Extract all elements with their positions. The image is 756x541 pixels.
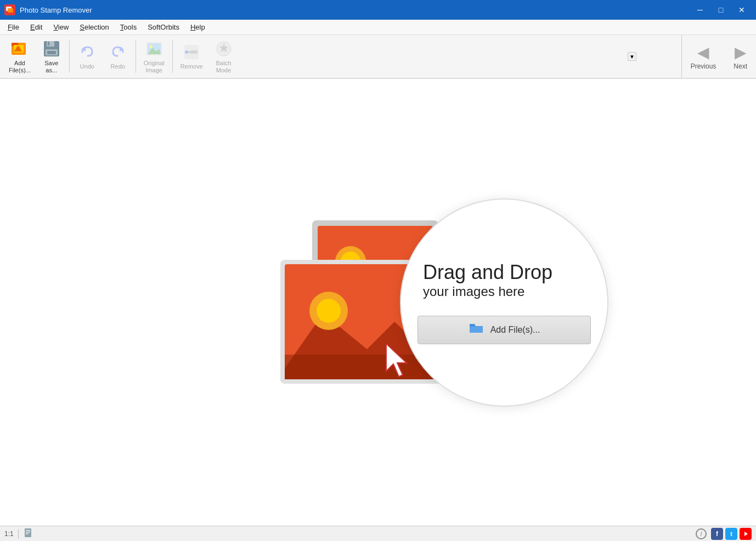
next-button[interactable]: ▶ Next [725,39,756,75]
menu-edit[interactable]: Edit [25,21,48,33]
svg-point-33 [317,299,341,323]
previous-icon: ◀ [697,43,709,61]
batch-mode-toolbar-btn[interactable]: BatchMode [208,37,239,76]
close-button[interactable]: ✕ [732,0,752,20]
save-as-toolbar-btn[interactable]: Saveas... [36,37,67,76]
drop-zone: Drag and Drop your images here Add File(… [159,166,597,440]
nav-area: ◀ Previous ▶ Next [681,35,756,78]
drag-drop-subtitle: your images here [418,284,591,299]
youtube-icon[interactable] [740,528,752,540]
next-label: Next [734,62,747,70]
main-area: Drag and Drop your images here Add File(… [0,79,756,526]
title-bar: Photo Stamp Remover ─ □ ✕ [0,0,756,20]
svg-point-21 [185,50,188,54]
svg-rect-39 [26,532,30,533]
save-as-label: Saveas... [44,60,58,74]
social-icons: f t [711,528,752,540]
menu-file[interactable]: File [2,21,25,33]
circle-drop-overlay: Drag and Drop your images here Add File(… [400,198,608,407]
twitter-icon[interactable]: t [725,528,737,540]
batch-mode-icon [214,39,234,59]
redo-label: Redo [111,63,125,70]
original-image-icon [144,39,164,59]
original-image-label: OriginalImage [144,60,165,74]
status-bar: 1:1 i f t [0,526,756,541]
svg-rect-36 [470,327,483,333]
cursor-icon [383,341,416,385]
svg-rect-12 [47,51,56,54]
svg-point-17 [149,45,153,48]
previous-button[interactable]: ◀ Previous [682,39,725,75]
status-right: i f t [696,528,752,540]
undo-label: Undo [80,63,94,70]
minimize-button[interactable]: ─ [690,0,710,20]
svg-rect-22 [191,50,198,54]
drag-drop-title: Drag and Drop [418,260,591,284]
svg-rect-38 [26,530,30,531]
toolbar-sep-3 [172,40,173,73]
toolbar-sep-2 [136,40,136,73]
menu-bar: File Edit View Selection Tools SoftOrbit… [0,20,756,35]
toolbar-scroll-arrow[interactable]: ▼ [628,52,636,61]
svg-rect-40 [26,533,29,534]
undo-icon [77,42,97,62]
menu-view[interactable]: View [48,21,74,33]
previous-label: Previous [691,62,716,70]
redo-toolbar-btn[interactable]: Redo [103,40,133,72]
svg-rect-10 [48,42,49,45]
toolbar: AddFile(s)... Saveas... Undo [0,35,756,79]
redo-icon [108,42,128,62]
window-title: Photo Stamp Remover [20,6,690,14]
svg-rect-37 [25,528,31,537]
batch-mode-label: BatchMode [216,60,232,74]
scroll-down-icon[interactable]: ▼ [628,52,636,61]
menu-softorbits[interactable]: SoftOrbits [142,21,185,33]
remove-label: Remove [180,63,203,70]
app-icon [4,4,15,15]
info-button[interactable]: i [696,528,707,539]
add-files-icon [10,39,30,59]
menu-help[interactable]: Help [185,21,211,33]
svg-rect-2 [8,8,13,13]
status-sep-1 [18,529,19,539]
svg-marker-35 [386,344,407,377]
status-left: 1:1 [4,528,33,539]
window-controls: ─ □ ✕ [690,0,752,20]
undo-toolbar-btn[interactable]: Undo [72,40,103,72]
add-files-label: AddFile(s)... [9,60,31,74]
menu-selection[interactable]: Selection [74,21,114,33]
next-icon: ▶ [735,43,747,61]
folder-icon [469,322,484,338]
remove-icon [182,42,201,62]
add-files-drop-btn[interactable]: Add File(s)... [418,316,591,344]
zoom-level: 1:1 [4,530,14,538]
add-files-toolbar-btn[interactable]: AddFile(s)... [3,37,36,76]
save-icon [42,39,61,59]
facebook-icon[interactable]: f [711,528,723,540]
remove-toolbar-btn[interactable]: Remove [175,40,208,72]
page-icon [23,528,33,539]
maximize-button[interactable]: □ [711,0,731,20]
toolbar-sep-1 [69,40,70,73]
original-image-toolbar-btn[interactable]: OriginalImage [138,37,170,76]
add-files-drop-label: Add File(s)... [490,325,540,335]
menu-tools[interactable]: Tools [115,21,142,33]
